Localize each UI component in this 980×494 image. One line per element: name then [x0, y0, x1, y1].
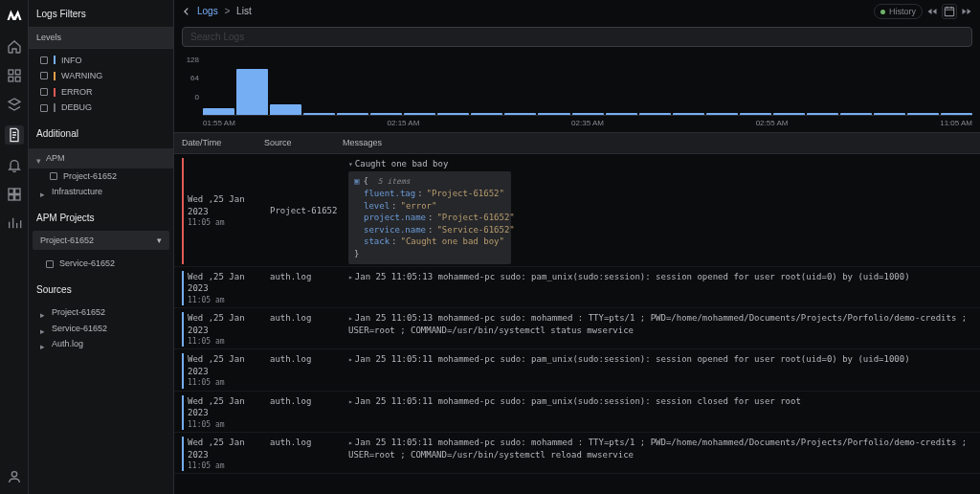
caret-right-icon[interactable]: ▸ — [348, 273, 353, 281]
level-label: DEBUG — [61, 101, 92, 114]
apm-icon[interactable] — [7, 97, 22, 112]
topbar: Logs > List History — [174, 0, 980, 23]
histogram-bar[interactable] — [303, 113, 335, 115]
caret-right-icon[interactable]: ▸ — [348, 355, 353, 364]
histogram-bar[interactable] — [840, 113, 872, 115]
histogram-bar[interactable] — [941, 113, 972, 115]
apm-service-item[interactable]: Service-61652 — [29, 256, 173, 272]
table-row[interactable]: Wed ,25 Jan 202311:05 amauth.log▸Jan 25 … — [174, 308, 980, 349]
cell-datetime: Wed ,25 Jan 202311:05 am — [188, 271, 270, 305]
integrations-icon[interactable] — [7, 187, 22, 202]
histogram-bar[interactable] — [706, 113, 738, 115]
histogram-bar[interactable] — [606, 113, 637, 115]
breadcrumb: Logs > List — [197, 5, 252, 18]
main-panel: Logs > List History 128640 01:55 AM02:15 — [174, 0, 980, 494]
source-item[interactable]: ▸ Project-61652 — [29, 304, 173, 321]
table-row[interactable]: Wed ,25 Jan 202311:05 amProject-61652▾Ca… — [174, 154, 980, 267]
level-bar — [182, 353, 184, 388]
app-logo[interactable] — [6, 6, 23, 23]
apm-project-select[interactable]: Project-61652 ▾ — [33, 231, 169, 251]
apm-project-label: Project-61652 — [40, 235, 94, 247]
user-avatar[interactable] — [7, 469, 22, 484]
histogram-bar[interactable] — [236, 69, 268, 115]
additional-item-infrastructure[interactable]: ▸Infrastructure — [29, 184, 173, 200]
alerts-icon[interactable] — [7, 158, 22, 173]
metrics-icon[interactable] — [7, 215, 22, 231]
rewind-icon[interactable] — [926, 6, 938, 17]
col-source: Source — [264, 137, 343, 149]
level-color-mark — [54, 56, 56, 64]
histogram-bar[interactable] — [203, 108, 234, 115]
table-row[interactable]: Wed ,25 Jan 202311:05 amauth.log▸Jan 25 … — [174, 349, 980, 391]
home-icon[interactable] — [7, 39, 22, 55]
cell-source: auth.log — [270, 437, 348, 449]
histogram-bar[interactable] — [572, 113, 604, 115]
level-item-warning[interactable]: WARNING — [29, 68, 173, 84]
history-chip[interactable]: History — [874, 4, 923, 20]
table-row[interactable]: Wed ,25 Jan 202311:05 amauth.log▸Jan 25 … — [174, 392, 980, 433]
histogram-bar[interactable] — [504, 113, 536, 115]
additional-label: Project-61652 — [63, 170, 117, 183]
level-bar — [182, 271, 184, 305]
caret-right-icon[interactable]: ▸ — [348, 397, 353, 406]
json-expansion: ▣{5 itemsfluent.tag:"Project-61652"level… — [348, 171, 511, 263]
table-row[interactable]: Wed ,25 Jan 202311:05 amauth.log▸Jan 25 … — [174, 267, 980, 308]
x-tick: 02:55 AM — [756, 118, 789, 128]
live-dot-icon — [880, 10, 885, 14]
histogram-bar[interactable] — [874, 113, 905, 115]
source-label: Auth.log — [52, 338, 83, 350]
back-icon[interactable] — [182, 7, 191, 16]
level-color-mark — [54, 72, 56, 80]
histogram-bars[interactable] — [203, 53, 972, 116]
checkbox-icon — [50, 172, 57, 180]
checkbox-icon — [40, 104, 48, 112]
apm-service-label: Service-61652 — [59, 258, 115, 270]
histogram-bar[interactable] — [337, 113, 368, 115]
additional-label: Infrastructure — [52, 186, 102, 198]
level-item-error[interactable]: ERROR — [29, 84, 173, 101]
svg-rect-4 — [9, 189, 13, 193]
histogram-bar[interactable] — [639, 113, 671, 115]
date-range-icon[interactable] — [942, 4, 957, 19]
svg-rect-3 — [15, 77, 20, 81]
histogram-bar[interactable] — [740, 113, 771, 115]
caret-down-icon[interactable]: ▾ — [348, 160, 353, 168]
x-tick: 02:35 AM — [571, 118, 604, 128]
cell-source: auth.log — [270, 312, 348, 325]
histogram-bar[interactable] — [370, 113, 402, 115]
histogram-bar[interactable] — [773, 113, 805, 115]
histogram-bar[interactable] — [471, 113, 502, 115]
caret-right-icon[interactable]: ▸ — [348, 438, 353, 447]
caret-right-icon[interactable]: ▸ — [348, 314, 353, 323]
dashboards-icon[interactable] — [7, 68, 22, 83]
level-item-debug[interactable]: DEBUG — [29, 100, 173, 116]
histogram-chart: 128640 — [174, 49, 980, 116]
additional-item-project-61652[interactable]: Project-61652 — [29, 168, 173, 185]
svg-rect-7 — [14, 195, 19, 200]
search-input[interactable] — [182, 27, 972, 47]
additional-item-apm[interactable]: ▾ APM — [29, 148, 173, 168]
cell-source: auth.log — [270, 395, 348, 408]
svg-rect-6 — [9, 195, 13, 200]
histogram-bar[interactable] — [538, 113, 569, 115]
apm-projects-header: APM Projects — [29, 206, 173, 229]
x-tick: 11:05 AM — [940, 118, 972, 128]
table-row[interactable]: Wed ,25 Jan 202311:05 amauth.log▸Jan 25 … — [174, 433, 980, 474]
histogram-bar[interactable] — [437, 113, 469, 115]
histogram-bar[interactable] — [404, 113, 435, 115]
cell-source: auth.log — [270, 271, 348, 283]
level-bar — [182, 312, 184, 347]
expand-icon: ▸ — [40, 341, 46, 347]
breadcrumb-logs[interactable]: Logs — [197, 6, 218, 16]
forward-icon[interactable] — [961, 6, 972, 17]
histogram-bar[interactable] — [673, 113, 704, 115]
histogram-bar[interactable] — [807, 113, 838, 115]
logs-icon[interactable] — [5, 125, 24, 145]
source-item[interactable]: ▸ Auth.log — [29, 336, 173, 352]
source-item[interactable]: ▸ Service-61652 — [29, 321, 173, 337]
histogram-bar[interactable] — [907, 113, 939, 115]
cell-message: ▸Jan 25 11:05:11 mohammed-pc sudo: moham… — [348, 437, 972, 460]
level-item-info[interactable]: INFO — [29, 53, 173, 69]
histogram-bar[interactable] — [270, 104, 301, 115]
level-label: ERROR — [61, 86, 93, 99]
